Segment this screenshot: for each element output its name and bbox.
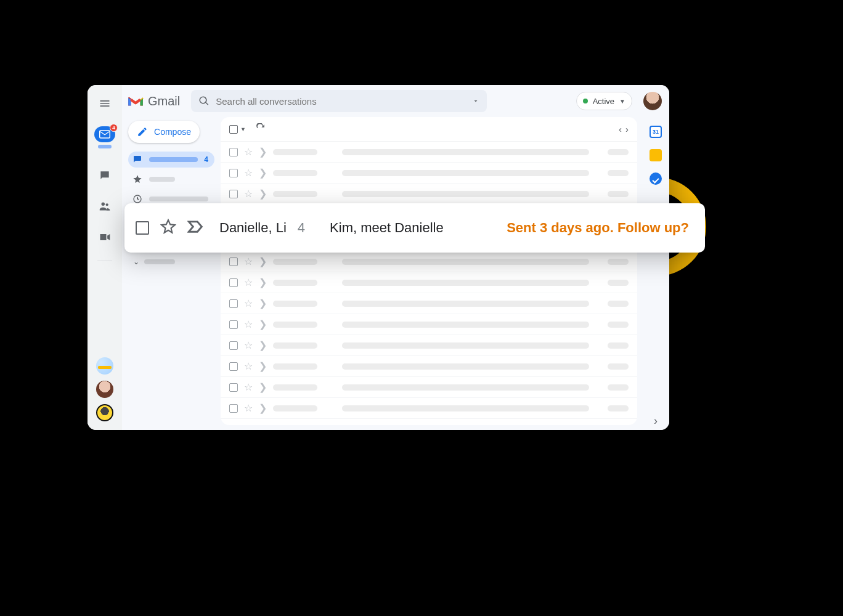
rail-mail[interactable]: 4 bbox=[90, 124, 120, 155]
message-row[interactable]: ☆❯ bbox=[221, 272, 637, 293]
message-row[interactable]: ☆❯ bbox=[221, 398, 637, 419]
label-icon[interactable]: ❯ bbox=[259, 339, 267, 351]
content-area: ▼ ‹ › ☆❯ ☆❯ bbox=[221, 117, 669, 430]
gmail-logo[interactable]: Gmail bbox=[127, 94, 180, 108]
message-row[interactable]: ☆❯ bbox=[221, 163, 637, 184]
row-checkbox[interactable] bbox=[229, 257, 238, 266]
gmail-window: 4 bbox=[88, 85, 669, 430]
row-sender-placeholder bbox=[273, 384, 317, 391]
search-bar[interactable] bbox=[191, 90, 487, 112]
row-subject-placeholder bbox=[342, 384, 589, 391]
row-subject-placeholder bbox=[342, 405, 589, 411]
rail-spaces[interactable] bbox=[95, 197, 115, 216]
star-outline-icon[interactable]: ☆ bbox=[244, 256, 253, 267]
side-panel: › bbox=[642, 117, 669, 430]
message-row[interactable]: ☆❯ bbox=[221, 356, 637, 377]
message-row[interactable]: ☆❯ bbox=[221, 314, 637, 335]
contact-chip-1[interactable] bbox=[96, 357, 113, 375]
star-outline-icon[interactable]: ☆ bbox=[244, 298, 253, 309]
account-avatar[interactable] bbox=[643, 92, 662, 110]
label-icon[interactable]: ❯ bbox=[259, 277, 267, 288]
search-icon bbox=[198, 95, 210, 107]
label-icon[interactable]: ❯ bbox=[259, 402, 267, 414]
row-checkbox[interactable] bbox=[229, 190, 238, 198]
message-row[interactable]: ☆❯ bbox=[221, 335, 637, 356]
calendar-app-icon[interactable] bbox=[650, 126, 662, 138]
label-icon[interactable]: ❯ bbox=[259, 146, 267, 158]
list-toolbar: ▼ ‹ › bbox=[221, 117, 637, 142]
row-checkbox[interactable] bbox=[229, 299, 238, 308]
sidepanel-expand-button[interactable]: › bbox=[654, 415, 658, 428]
star-outline-icon[interactable]: ☆ bbox=[244, 188, 253, 200]
main-menu-button[interactable] bbox=[95, 94, 115, 113]
star-outline-icon[interactable]: ☆ bbox=[244, 318, 253, 330]
row-subject-placeholder bbox=[342, 191, 589, 197]
row-checkbox[interactable] bbox=[229, 278, 238, 287]
label-icon[interactable]: ❯ bbox=[259, 381, 267, 393]
rail-divider bbox=[97, 261, 112, 261]
row-checkbox[interactable] bbox=[229, 383, 238, 392]
label-icon[interactable]: ❯ bbox=[259, 188, 267, 200]
label-icon[interactable]: ❯ bbox=[259, 256, 267, 267]
contact-chip-3[interactable] bbox=[96, 404, 113, 421]
star-outline-icon[interactable] bbox=[160, 219, 176, 237]
spaces-icon bbox=[98, 200, 112, 213]
row-date-placeholder bbox=[608, 149, 629, 155]
tasks-app-icon[interactable] bbox=[650, 172, 662, 185]
message-row[interactable]: ☆❯ bbox=[221, 293, 637, 314]
rail-meet[interactable] bbox=[95, 227, 115, 247]
star-outline-icon[interactable]: ☆ bbox=[244, 167, 253, 179]
label-icon[interactable]: ❯ bbox=[259, 298, 267, 309]
row-checkbox[interactable] bbox=[229, 404, 238, 413]
star-outline-icon[interactable]: ☆ bbox=[244, 146, 253, 158]
contact-chip-2[interactable] bbox=[96, 381, 113, 398]
row-checkbox[interactable] bbox=[229, 362, 238, 371]
nudge-email-row[interactable]: Danielle, Li 4 Kim, meet Danielle Sent 3… bbox=[124, 203, 705, 253]
main-area: Gmail Active ▼ bbox=[122, 85, 669, 430]
row-checkbox[interactable] bbox=[229, 148, 238, 156]
status-pill[interactable]: Active ▼ bbox=[576, 92, 632, 110]
row-checkbox[interactable] bbox=[229, 341, 238, 350]
label-icon[interactable]: ❯ bbox=[259, 167, 267, 179]
star-outline-icon[interactable]: ☆ bbox=[244, 339, 253, 351]
nav-inbox[interactable]: 4 bbox=[128, 152, 214, 168]
label-icon[interactable]: ❯ bbox=[259, 318, 267, 330]
star-outline-icon[interactable]: ☆ bbox=[244, 277, 253, 288]
row-checkbox[interactable] bbox=[229, 320, 238, 329]
star-outline-icon[interactable]: ☆ bbox=[244, 360, 253, 372]
nav-starred[interactable] bbox=[128, 171, 214, 187]
refresh-button[interactable] bbox=[256, 123, 266, 136]
next-page-button[interactable]: › bbox=[625, 124, 629, 134]
star-outline-icon[interactable]: ☆ bbox=[244, 402, 253, 414]
star-icon bbox=[132, 174, 143, 184]
message-row[interactable]: ☆❯ bbox=[221, 251, 637, 272]
row-checkbox[interactable] bbox=[229, 169, 238, 177]
compose-button[interactable]: Compose bbox=[128, 121, 200, 143]
row-subject-placeholder bbox=[342, 322, 589, 328]
rail-chat[interactable] bbox=[95, 166, 115, 185]
select-all-caret-icon[interactable]: ▼ bbox=[240, 126, 246, 132]
message-row[interactable]: ☆❯ bbox=[221, 142, 637, 163]
keep-app-icon[interactable] bbox=[650, 149, 662, 161]
app-rail: 4 bbox=[88, 85, 122, 430]
search-options-icon[interactable] bbox=[472, 97, 479, 105]
nav-sidebar: Compose 4 bbox=[122, 117, 221, 430]
row-date-placeholder bbox=[608, 363, 629, 370]
row-nudge-text[interactable]: Sent 3 days ago. Follow up? bbox=[507, 220, 689, 236]
mail-badge: 4 bbox=[110, 124, 118, 132]
row-subject-placeholder bbox=[342, 149, 589, 155]
select-all-checkbox[interactable] bbox=[229, 125, 238, 134]
chat-icon bbox=[99, 169, 111, 182]
row-date-placeholder bbox=[608, 170, 629, 176]
row-checkbox[interactable] bbox=[136, 221, 149, 235]
nav-more[interactable]: ⌄ bbox=[128, 257, 214, 266]
prev-page-button[interactable]: ‹ bbox=[619, 124, 622, 134]
message-row[interactable]: ☆❯ bbox=[221, 377, 637, 398]
search-input[interactable] bbox=[216, 96, 466, 107]
important-icon[interactable] bbox=[187, 220, 205, 236]
star-outline-icon[interactable]: ☆ bbox=[244, 381, 253, 393]
label-icon[interactable]: ❯ bbox=[259, 360, 267, 372]
clock-icon bbox=[132, 194, 143, 204]
message-row[interactable]: ☆❯ bbox=[221, 184, 637, 205]
compose-label: Compose bbox=[154, 127, 191, 137]
